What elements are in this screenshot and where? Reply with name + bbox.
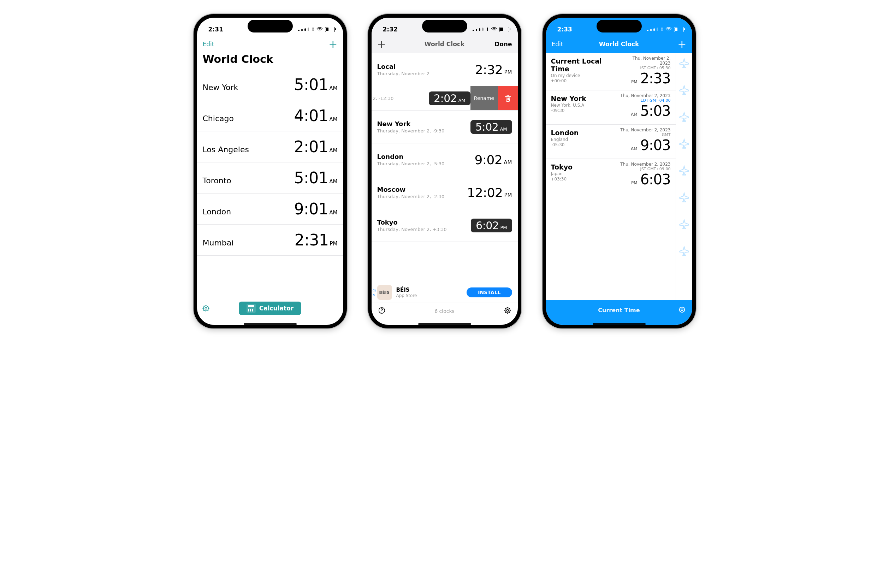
time: 2:31 bbox=[295, 231, 329, 249]
wifi-icon bbox=[491, 27, 497, 32]
clock-list: New York5:01AM Chicago4:01AM Los Angeles… bbox=[197, 69, 343, 256]
notch bbox=[247, 20, 293, 33]
footer-label: Current Time bbox=[598, 307, 640, 314]
settings-icon[interactable] bbox=[678, 306, 686, 315]
time: 9:01 bbox=[294, 200, 328, 218]
rename-button[interactable]: Rename bbox=[471, 86, 498, 110]
ampm: AM bbox=[631, 112, 637, 117]
clock-row-swiped[interactable]: 2, -12:30 2:02AM Rename bbox=[372, 86, 518, 111]
phone-2-world-clock: 2:32 ! + World Clock Done LocalThursday,… bbox=[368, 14, 521, 328]
clock-row-local[interactable]: Current Local TimeOn my device+00:00 Thu… bbox=[546, 53, 676, 90]
ampm: AM bbox=[500, 126, 507, 132]
clock-row[interactable]: New YorkThursday, November 2, -9:30 5:02… bbox=[372, 111, 518, 143]
notch bbox=[597, 20, 642, 33]
clock-row[interactable]: Mumbai2:31PM bbox=[197, 225, 343, 256]
ampm: PM bbox=[631, 180, 637, 185]
time: 5:02 bbox=[475, 121, 498, 133]
city-label: Current Local Time bbox=[551, 57, 621, 73]
city-label: London bbox=[203, 207, 231, 216]
install-button[interactable]: INSTALL bbox=[466, 288, 512, 297]
calculator-button[interactable]: Calculator bbox=[239, 302, 301, 315]
city-label: New York bbox=[377, 120, 445, 128]
subtext: Thursday, November 2, -2:30 bbox=[377, 194, 445, 199]
ad-banner[interactable]: ⓘ✕ BÉIS BÉISApp Store INSTALL bbox=[372, 282, 518, 303]
time: 5:01 bbox=[294, 76, 328, 94]
city-label: New York bbox=[203, 83, 238, 92]
airplane-icon bbox=[679, 112, 690, 122]
clock-row[interactable]: New York5:01AM bbox=[197, 69, 343, 100]
clock-row[interactable]: New YorkNew York, U.S.A-09:30 Thu, Novem… bbox=[546, 90, 676, 124]
home-indicator[interactable] bbox=[244, 323, 297, 325]
airplane-sidebar[interactable] bbox=[676, 53, 692, 300]
phone-1-world-clock: 2:31 ! Edit + World Clock New York5:01AM… bbox=[193, 14, 347, 328]
edit-button[interactable]: Edit bbox=[203, 40, 214, 48]
ampm: AM bbox=[329, 178, 337, 185]
date: Thu, November 2, 2023 bbox=[621, 56, 671, 66]
home-indicator[interactable] bbox=[593, 323, 646, 325]
subtext: Japan bbox=[551, 171, 573, 176]
airplane-icon bbox=[679, 138, 690, 149]
add-button[interactable]: + bbox=[678, 39, 686, 50]
home-indicator[interactable] bbox=[418, 323, 471, 325]
clock-row-local[interactable]: LocalThursday, November 2 2:32PM bbox=[372, 53, 518, 86]
clock-row[interactable]: London9:01AM bbox=[197, 194, 343, 225]
edit-button[interactable]: Edit bbox=[552, 40, 563, 48]
status-time: 2:32 bbox=[378, 26, 398, 33]
page-title: World Clock bbox=[399, 40, 491, 48]
clock-row[interactable]: Toronto5:01AM bbox=[197, 162, 343, 194]
city-label: London bbox=[551, 129, 579, 136]
date: Thu, November 2, 2023 bbox=[620, 93, 670, 98]
time: 6:02 bbox=[476, 219, 499, 232]
page-title: World Clock bbox=[197, 51, 343, 69]
timezone: JST GMT+09:00 bbox=[640, 167, 670, 171]
cellular-alert-icon: ! bbox=[312, 27, 314, 32]
time: 5:01 bbox=[294, 169, 328, 187]
cellular-alert-icon: ! bbox=[661, 27, 663, 32]
calculator-label: Calculator bbox=[259, 305, 294, 312]
time: 2:01 bbox=[294, 138, 328, 156]
time: 4:01 bbox=[294, 106, 328, 124]
clock-row[interactable]: LondonEngland-05:30 Thu, November 2, 202… bbox=[546, 124, 676, 159]
battery-icon bbox=[325, 27, 335, 32]
cellular-alert-icon: ! bbox=[486, 27, 489, 32]
status-time: 2:31 bbox=[204, 26, 223, 33]
add-button[interactable]: + bbox=[328, 39, 337, 50]
ad-app-icon: BÉIS bbox=[377, 285, 392, 300]
clock-row[interactable]: TokyoThursday, November 2, +3:30 6:02PM bbox=[372, 209, 518, 242]
settings-icon[interactable] bbox=[504, 306, 511, 316]
clock-row[interactable]: MoscowThursday, November 2, -2:30 12:02P… bbox=[372, 176, 518, 209]
battery-icon bbox=[674, 27, 684, 32]
city-label: New York bbox=[551, 94, 586, 102]
settings-icon[interactable] bbox=[202, 304, 210, 312]
city-label: Los Angeles bbox=[203, 145, 249, 154]
ampm: AM bbox=[329, 209, 337, 216]
clock-row[interactable]: LondonThursday, November 2, -5:30 9:02AM bbox=[372, 143, 518, 176]
date: Thu, November 2, 2023 bbox=[620, 128, 670, 132]
ampm: PM bbox=[504, 69, 512, 76]
delete-button[interactable] bbox=[498, 86, 518, 110]
ad-indicator-icon: ⓘ✕ bbox=[372, 288, 376, 297]
city-label: Moscow bbox=[377, 186, 445, 193]
page-title: World Clock bbox=[573, 40, 666, 48]
airplane-icon bbox=[679, 58, 690, 69]
nav-bar: Edit + bbox=[197, 39, 343, 51]
airplane-icon bbox=[679, 192, 690, 203]
done-button[interactable]: Done bbox=[495, 40, 512, 48]
time: 9:02 bbox=[474, 153, 502, 167]
clock-row[interactable]: TokyoJapan+03:30 Thu, November 2, 2023JS… bbox=[546, 159, 676, 193]
help-icon[interactable] bbox=[378, 306, 386, 316]
time: 6:03 bbox=[640, 171, 671, 188]
cellular-icon bbox=[298, 27, 309, 31]
subtext: Thursday, November 2, -5:30 bbox=[377, 161, 445, 166]
clock-row[interactable]: Los Angeles2:01AM bbox=[197, 131, 343, 162]
timezone: GMT bbox=[662, 132, 671, 137]
svg-point-6 bbox=[679, 307, 685, 312]
battery-icon bbox=[499, 27, 509, 32]
nav-bar: Edit World Clock + bbox=[546, 39, 692, 53]
phone-3-world-clock: 2:33 ! Edit World Clock + Current Local … bbox=[543, 14, 696, 328]
add-button[interactable]: + bbox=[377, 39, 386, 50]
clock-row[interactable]: Chicago4:01AM bbox=[197, 100, 343, 131]
ampm: PM bbox=[631, 80, 637, 84]
ampm: AM bbox=[458, 98, 465, 103]
footer: Current Time bbox=[546, 300, 692, 325]
